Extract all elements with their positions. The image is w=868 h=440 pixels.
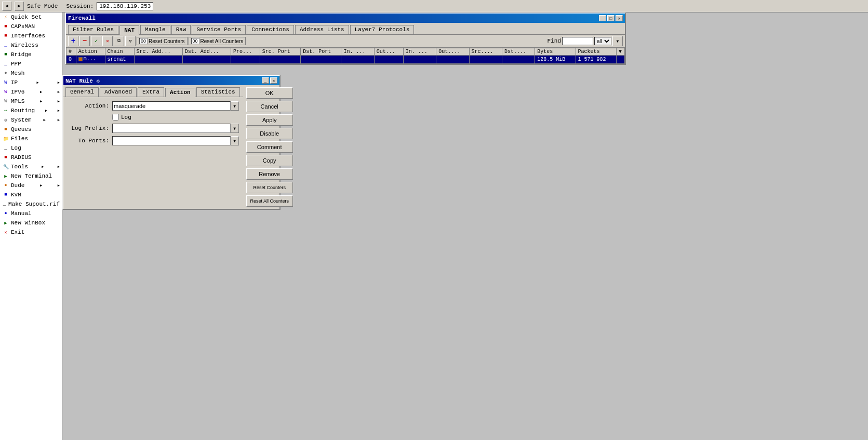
interfaces-icon: ■ [2, 32, 9, 39]
disable-rule-btn[interactable]: ✕ [102, 36, 113, 46]
firewall-titlebar[interactable]: Firewall _ □ ✕ [66, 14, 625, 23]
cancel-button[interactable]: Cancel [246, 101, 293, 112]
sidebar-label-new-terminal: New Terminal [11, 173, 52, 179]
log-prefix-input[interactable] [112, 124, 231, 133]
cell-bytes: 128.5 MiB [535, 56, 576, 64]
dialog-button-col: OK Cancel Apply Disable Comment Copy Rem… [243, 85, 295, 209]
log-prefix-label: Log Prefix: [68, 125, 109, 131]
maximize-btn[interactable]: □ [607, 15, 615, 21]
sidebar-item-mpls[interactable]: W MPLS ▶ [0, 97, 62, 106]
sidebar-item-supout[interactable]: _ Make Supout.rif [0, 199, 62, 209]
cell-dst2 [502, 56, 535, 64]
reset-counters-button[interactable]: Reset Counters [246, 182, 293, 193]
tab-mangle[interactable]: Mangle [140, 25, 170, 34]
sidebar-item-quickset[interactable]: ⚡ Quick Set [0, 12, 62, 22]
col-dst2: Dst.... [502, 48, 535, 56]
tab-connections[interactable]: Connections [247, 25, 294, 34]
log-row: Log [112, 114, 239, 121]
ok-button[interactable]: OK [246, 87, 293, 99]
sidebar-item-system[interactable]: ⚙ System ▶ [0, 115, 62, 125]
reset-counters-btn[interactable]: 00 Reset Counters [137, 37, 188, 45]
tab-extra[interactable]: Extra [138, 87, 164, 97]
tools-icon: 🔧 [2, 163, 9, 170]
sidebar-label-quickset: Quick Set [11, 14, 42, 20]
copy-button[interactable]: Copy [246, 155, 293, 166]
sidebar-item-new-terminal[interactable]: ▶ New Terminal [0, 171, 62, 181]
sidebar-item-dude[interactable]: ● Dude ▶ [0, 181, 62, 190]
ip-arrow: ▶ [36, 81, 38, 85]
sidebar-item-mesh[interactable]: ● Mesh [0, 69, 62, 78]
firewall-window-controls: _ □ ✕ [599, 15, 623, 21]
capsman-icon: ■ [2, 23, 9, 30]
sidebar-item-ip[interactable]: W IP ▶ [0, 78, 62, 87]
apply-button[interactable]: Apply [246, 114, 293, 126]
action-input[interactable] [112, 101, 231, 111]
sidebar-item-log[interactable]: _ Log [0, 143, 62, 153]
tab-action[interactable]: Action [165, 88, 195, 97]
remove-rule-btn[interactable]: − [79, 36, 90, 46]
log-prefix-dropdown-btn[interactable]: ▼ [231, 124, 239, 133]
sidebar-item-new-winbox[interactable]: ▶ New WinBox [0, 218, 62, 228]
action-dropdown-btn[interactable]: ▼ [231, 101, 239, 111]
sidebar-label-manual: Manual [11, 210, 32, 217]
sidebar-item-kvm[interactable]: ■ KVM [0, 190, 62, 199]
radius-icon: ■ [2, 154, 9, 161]
sidebar-item-routing[interactable]: ↔ Routing ▶ [0, 106, 62, 115]
sidebar-item-ipv6[interactable]: W IPv6 ▶ [0, 87, 62, 97]
tab-address-lists[interactable]: Address Lists [295, 25, 349, 34]
forward-btn[interactable]: ▶ [15, 2, 24, 11]
enable-rule-btn[interactable]: ✓ [91, 36, 101, 46]
comment-button[interactable]: Comment [246, 141, 293, 153]
to-ports-dropdown-btn[interactable]: ▼ [231, 136, 239, 145]
sidebar-item-ppp[interactable]: _ PPP [0, 59, 62, 69]
sidebar-item-bridge[interactable]: ■ Bridge [0, 50, 62, 59]
to-ports-input[interactable] [112, 136, 231, 145]
nat-rule-dialog: NAT Rule ◇ _ ✕ General Advanced Extra Ac… [62, 75, 281, 210]
sidebar-item-interfaces[interactable]: ■ Interfaces [0, 31, 62, 41]
log-checkbox[interactable] [112, 114, 119, 121]
tab-general[interactable]: General [65, 87, 99, 97]
sidebar-item-exit[interactable]: ✕ Exit [0, 228, 62, 237]
tab-advanced[interactable]: Advanced [100, 87, 137, 97]
close-btn[interactable]: ✕ [616, 15, 623, 21]
col-proto: Pro... [231, 48, 260, 56]
remove-button[interactable]: Remove [246, 168, 293, 180]
find-dropdown-btn[interactable]: ▼ [612, 36, 623, 46]
sidebar-item-capsman[interactable]: ■ CAPsMAN [0, 22, 62, 31]
nat-close-btn[interactable]: ✕ [270, 77, 277, 84]
cell-num: 0 [66, 56, 76, 64]
add-rule-btn[interactable]: + [68, 36, 78, 46]
reset-all-counters-button[interactable]: Reset All Counters [246, 195, 293, 207]
log-icon: _ [2, 144, 9, 152]
main-layout: ⚡ Quick Set ■ CAPsMAN ■ Interfaces _ Wir… [0, 12, 868, 440]
sidebar-item-radius[interactable]: ■ RADIUS [0, 153, 62, 162]
firewall-toolbar: + − ✓ ✕ ⧉ ▽ 00 Reset Counters 00 Reset A… [66, 35, 625, 48]
cell-out2 [436, 56, 469, 64]
sidebar-item-files[interactable]: 📁 Files [0, 134, 62, 143]
tab-filter-rules[interactable]: Filter Rules [68, 25, 118, 34]
copy-rule-btn[interactable]: ⧉ [114, 36, 124, 46]
firewall-tab-bar: Filter Rules NAT Mangle Raw Service Port… [66, 23, 625, 35]
tab-raw[interactable]: Raw [171, 25, 191, 34]
sidebar-item-queues[interactable]: ■ Queues [0, 125, 62, 134]
tab-layer7[interactable]: Layer7 Protocols [350, 25, 415, 34]
minimize-btn[interactable]: _ [599, 15, 606, 21]
table-row[interactable]: 0 m... srcnat [66, 56, 625, 64]
disable-button[interactable]: Disable [246, 128, 293, 139]
sidebar-item-manual[interactable]: ● Manual [0, 209, 62, 218]
sidebar-item-tools[interactable]: 🔧 Tools ▶ [0, 162, 62, 171]
cell-chain: srcnat [105, 56, 134, 64]
tab-service-ports[interactable]: Service Ports [192, 25, 246, 34]
nat-minimize-btn[interactable]: _ [262, 77, 269, 84]
nat-rule-titlebar[interactable]: NAT Rule ◇ _ ✕ [63, 76, 279, 85]
back-btn[interactable]: ◀ [2, 2, 11, 11]
find-input[interactable] [562, 37, 593, 45]
find-select[interactable]: all [594, 37, 611, 45]
sidebar-item-wireless[interactable]: _ Wireless [0, 41, 62, 50]
tab-nat[interactable]: NAT [119, 25, 139, 35]
tab-statistics[interactable]: Statistics [196, 87, 240, 97]
system-icon: ⚙ [2, 116, 9, 124]
reset-all-counters-btn[interactable]: 00 Reset All Counters [189, 37, 246, 45]
filter-btn[interactable]: ▽ [125, 36, 136, 46]
cell-scroll [617, 56, 625, 64]
